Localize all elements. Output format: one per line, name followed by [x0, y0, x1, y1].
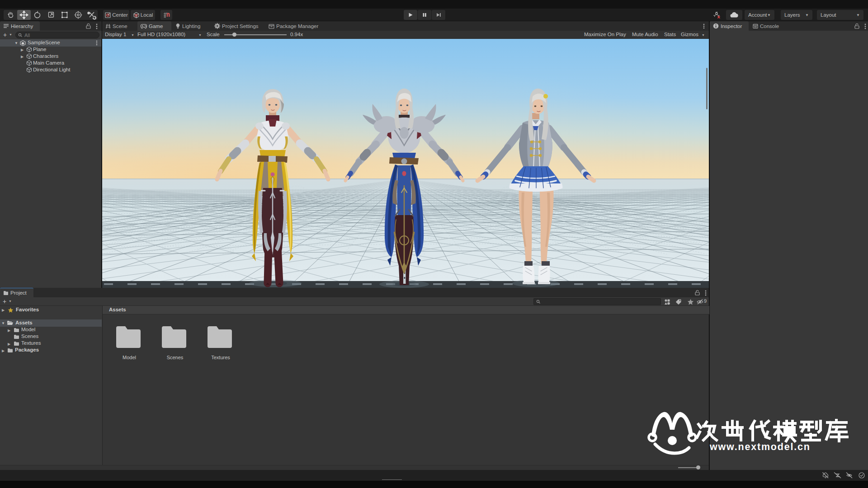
svg-text:www.nextmodel.cn: www.nextmodel.cn [709, 441, 811, 452]
